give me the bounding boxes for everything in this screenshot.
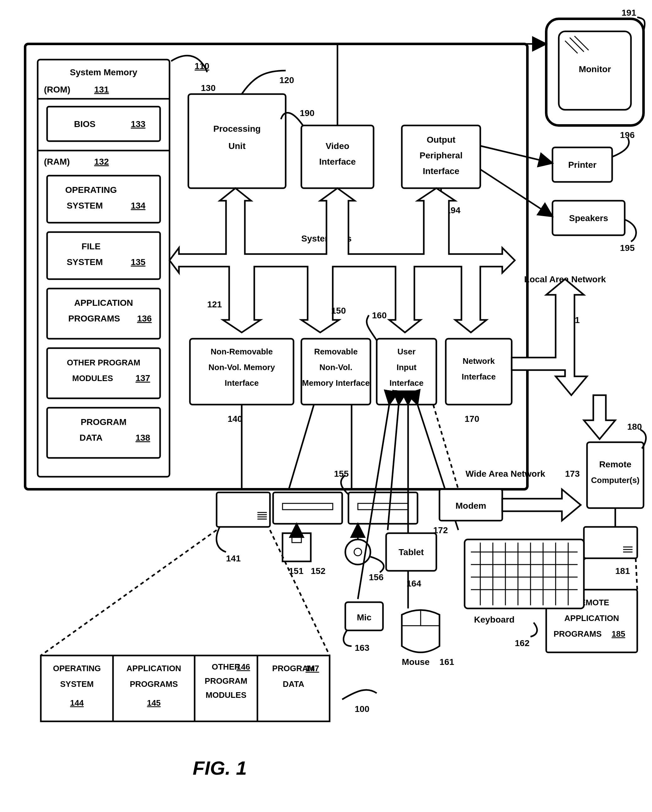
label-modem: Modem bbox=[456, 501, 486, 511]
label-ui2: Input bbox=[396, 363, 416, 372]
label-file2: SYSTEM bbox=[67, 257, 103, 267]
label-wan: Wide Area Network bbox=[465, 469, 545, 479]
hard-disk-icon bbox=[217, 492, 270, 527]
ref-185: 185 bbox=[612, 629, 625, 638]
svg-rect-16 bbox=[283, 504, 333, 510]
label-app1: APPLICATION bbox=[74, 298, 133, 308]
label-dos1: OPERATING bbox=[53, 664, 101, 673]
ref-120: 120 bbox=[279, 75, 294, 85]
ref-135: 135 bbox=[131, 257, 145, 267]
label-rc1: Remote bbox=[599, 459, 632, 469]
file-system-box bbox=[47, 232, 160, 279]
disk-contents-table: OPERATING SYSTEM 144 APPLICATION PROGRAM… bbox=[41, 655, 330, 721]
ref-147: 147 bbox=[305, 664, 319, 673]
ref-134: 134 bbox=[131, 201, 145, 211]
figure-label: FIG. 1 bbox=[193, 757, 247, 779]
ref-162: 162 bbox=[515, 638, 530, 648]
ref-131: 131 bbox=[94, 85, 109, 95]
lan-down-arrow bbox=[584, 395, 615, 439]
mouse-icon bbox=[402, 610, 439, 652]
ref-138: 138 bbox=[136, 433, 150, 443]
ref-137: 137 bbox=[136, 373, 150, 383]
ref-145: 145 bbox=[147, 698, 161, 708]
label-other2: MODULES bbox=[72, 374, 113, 383]
label-tablet: Tablet bbox=[399, 547, 424, 557]
label-ra2: APPLICATION bbox=[565, 614, 619, 623]
svg-line-32 bbox=[636, 558, 637, 590]
label-rc2: Computer(s) bbox=[591, 475, 640, 485]
ref-190: 190 bbox=[300, 108, 315, 118]
label-mouse: Mouse bbox=[402, 657, 430, 667]
label-kbd: Keyboard bbox=[474, 615, 514, 624]
label-app2: PROGRAMS bbox=[69, 314, 120, 324]
ref-100: 100 bbox=[355, 704, 369, 714]
diagram: 110 System Memory (ROM) 131 BIOS 133 (RA… bbox=[0, 0, 652, 812]
ref-133: 133 bbox=[131, 119, 145, 129]
label-other1: OTHER PROGRAM bbox=[67, 358, 140, 367]
ref-173: 173 bbox=[565, 469, 580, 479]
label-pu1: Processing bbox=[213, 124, 261, 134]
ref-170: 170 bbox=[465, 414, 479, 424]
label-os2: SYSTEM bbox=[67, 201, 103, 211]
label-pd2: DATA bbox=[80, 433, 103, 443]
ref-161: 161 bbox=[439, 657, 454, 667]
label-ni2: Interface bbox=[462, 372, 496, 382]
label-op3: Interface bbox=[423, 166, 459, 176]
label-ram: (RAM) bbox=[44, 157, 70, 166]
ref-150: 150 bbox=[331, 306, 346, 316]
ref-121: 121 bbox=[207, 299, 222, 309]
label-dos2: SYSTEM bbox=[60, 679, 94, 689]
os-ram-box bbox=[47, 176, 160, 223]
label-vi1: Video bbox=[326, 141, 349, 151]
label-ui3: Interface bbox=[390, 378, 424, 388]
svg-rect-19 bbox=[358, 504, 408, 510]
ref-191: 191 bbox=[621, 8, 636, 18]
label-rm2: Non-Vol. bbox=[320, 363, 352, 372]
label-ni1: Network bbox=[463, 356, 495, 366]
label-ui1: User bbox=[397, 347, 416, 356]
label-pd1: PROGRAM bbox=[81, 417, 127, 427]
ref-181: 181 bbox=[615, 566, 630, 576]
remote-monitor-icon bbox=[584, 527, 637, 558]
label-op2: Peripheral bbox=[420, 151, 463, 160]
ref-132: 132 bbox=[94, 157, 109, 166]
ref-136: 136 bbox=[137, 314, 152, 324]
label-bios: BIOS bbox=[74, 119, 95, 129]
svg-line-52 bbox=[41, 530, 217, 655]
wan-arrow bbox=[502, 489, 581, 520]
network-interface-box bbox=[446, 339, 512, 404]
remote-computer-box bbox=[587, 442, 644, 508]
label-file1: FILE bbox=[82, 241, 101, 251]
ref-156: 156 bbox=[369, 572, 384, 582]
ref-152: 152 bbox=[311, 566, 326, 576]
svg-rect-33 bbox=[465, 539, 584, 609]
svg-point-20 bbox=[354, 548, 362, 556]
label-nr1: Non-Removable bbox=[211, 347, 273, 356]
label-os1: OPERATING bbox=[65, 185, 117, 195]
ref-163: 163 bbox=[355, 643, 369, 653]
label-printer: Printer bbox=[568, 160, 597, 170]
label-pu2: Unit bbox=[228, 141, 245, 151]
label-nr3: Interface bbox=[225, 378, 259, 388]
ref-180: 180 bbox=[627, 422, 642, 432]
keyboard-icon bbox=[465, 539, 584, 609]
label-rm3: Memory Interface bbox=[302, 378, 369, 388]
label-doth2: PROGRAM bbox=[205, 676, 247, 685]
ref-140: 140 bbox=[228, 414, 242, 424]
label-ra3: PROGRAMS bbox=[553, 629, 601, 638]
label-vi2: Interface bbox=[319, 157, 356, 166]
label-doth1: OTHER bbox=[212, 662, 240, 672]
ref-144: 144 bbox=[70, 698, 84, 708]
ref-130: 130 bbox=[201, 83, 216, 93]
ref-155: 155 bbox=[334, 469, 349, 479]
label-rm1: Removable bbox=[314, 347, 358, 356]
ref-146: 146 bbox=[236, 662, 250, 672]
ref-196: 196 bbox=[620, 130, 635, 140]
label-doth3: MODULES bbox=[206, 690, 246, 700]
ref-160: 160 bbox=[372, 310, 387, 320]
label-dpd2: DATA bbox=[283, 679, 305, 689]
svg-rect-17 bbox=[292, 533, 302, 543]
ref-164: 164 bbox=[407, 578, 421, 588]
label-dapp1: APPLICATION bbox=[127, 664, 181, 673]
label-sysmem: System Memory bbox=[70, 67, 138, 77]
